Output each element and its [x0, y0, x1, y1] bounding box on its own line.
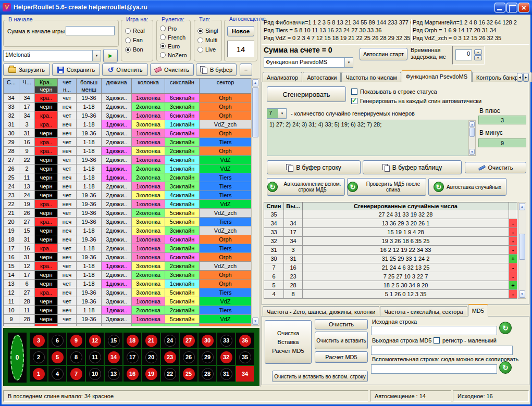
- board-number-5[interactable]: 5: [48, 349, 66, 365]
- radio-circle-icon[interactable]: [160, 34, 166, 40]
- board-number-29[interactable]: 29: [199, 349, 216, 365]
- tab-Частота - Zero, шансы, дюжины, колонки[interactable]: Частота - Zero, шансы, дюжины, колонки: [263, 306, 379, 316]
- board-number-6[interactable]: 6: [48, 333, 66, 348]
- board-number-24[interactable]: 24: [161, 333, 179, 348]
- chevron-down-icon[interactable]: [278, 109, 286, 118]
- history-row[interactable]: 2027кра..неч19-363дюжи..3колонка5сиклайн…: [4, 218, 252, 226]
- history-column-header[interactable]: дюжина: [102, 79, 132, 94]
- delay-input[interactable]: 0: [455, 49, 472, 60]
- generated-row[interactable]: 331715 19 1 9 4 28-: [264, 228, 518, 237]
- board-number-20[interactable]: 20: [142, 349, 160, 365]
- new-offset-button[interactable]: Новое: [227, 26, 254, 36]
- board-number-26[interactable]: 26: [180, 349, 197, 365]
- clear-button[interactable]: Очистить: [150, 64, 194, 76]
- history-row[interactable]: 1631черннеч19-363дюжи..1колонка6сиклайнO…: [4, 253, 252, 262]
- radio-circle-icon[interactable]: [125, 37, 131, 43]
- board-number-14[interactable]: 14: [105, 349, 122, 365]
- scroll-up-icon[interactable]: [469, 121, 475, 127]
- scrollbar-thumb[interactable]: [252, 87, 258, 137]
- history-column-header[interactable]: четн...: [58, 79, 77, 94]
- generated-row[interactable]: 6237 25 27 10 3 22 7-: [264, 272, 518, 281]
- history-row[interactable]: 2219кра..неч19-362дюжи..1колонка4сиклайн…: [4, 200, 252, 209]
- history-table[interactable]: 3434кра..чет19-363дюжи..1колонка6сиклайн…: [3, 94, 252, 326]
- radio-circle-icon[interactable]: [160, 52, 166, 58]
- history-column-header[interactable]: сектор: [200, 79, 252, 94]
- close-button[interactable]: [518, 3, 529, 12]
- generated-row[interactable]: 343413 36 29 3 20 26 1-: [264, 219, 518, 228]
- radio-option-Bon[interactable]: Bon: [125, 45, 145, 54]
- tab-scroll-left-icon[interactable]: ◄: [517, 73, 523, 82]
- checkbox-checked-icon[interactable]: [351, 98, 357, 104]
- radio-option-Euro[interactable]: Euro: [160, 42, 187, 50]
- generated-row[interactable]: 3527 24 31 33 19 32 28: [264, 210, 518, 219]
- radio-option-Multi[interactable]: Multi: [197, 35, 218, 45]
- checkbox-icon[interactable]: [434, 337, 440, 344]
- board-number-28[interactable]: 28: [199, 366, 216, 382]
- history-row[interactable]: 2126чернчет19-363дюжи..2колонка5сиклайнV…: [4, 209, 252, 218]
- generate-button[interactable]: Сгенерировать: [267, 86, 346, 102]
- history-row[interactable]: 136чернчет1-181дюжи..3колонка1сиклайнOrp…: [4, 280, 252, 288]
- tab-scroll-right-icon[interactable]: ►: [523, 73, 529, 82]
- board-number-30[interactable]: 30: [199, 333, 216, 348]
- radio-circle-icon[interactable]: [160, 43, 166, 49]
- board-number-23[interactable]: 23: [161, 349, 179, 365]
- generated-row[interactable]: 71621 24 4 6 32 13 25-: [264, 263, 518, 272]
- scrollbar-thumb[interactable]: [519, 234, 525, 260]
- board-number-18[interactable]: 18: [123, 333, 141, 348]
- md5-clear-paste-button[interactable]: Очистить и вставить: [315, 332, 368, 349]
- history-column-header[interactable]: колонка: [132, 79, 165, 94]
- checkbox-icon[interactable]: [351, 88, 357, 95]
- undo-button[interactable]: Отменить: [102, 64, 148, 76]
- board-number-15[interactable]: 15: [105, 333, 122, 348]
- scroll-down-icon[interactable]: [519, 290, 525, 298]
- radio-circle-icon[interactable]: [197, 47, 203, 53]
- history-row[interactable]: 1716кра..чет1-182дюжи..1колонка3сиклайнT…: [4, 244, 252, 253]
- board-number-8[interactable]: 8: [67, 349, 85, 365]
- auto-generate-checkbox[interactable]: Генерировать на каждый спин автоматическ…: [351, 98, 481, 104]
- radio-option-Singl[interactable]: Singl: [197, 26, 218, 35]
- tab-Частота - сикслайны, сектора[interactable]: Частота - сикслайны, сектора: [380, 306, 467, 316]
- history-row[interactable]: 1128чернчет19-363дюжи..1колонка5сиклайнV…: [4, 297, 252, 306]
- output-string-input[interactable]: [371, 346, 513, 355]
- maximize-button[interactable]: [506, 3, 517, 12]
- history-row[interactable]: 2916кра..чет1-182дюжи..1колонка3сиклайнT…: [4, 138, 252, 147]
- aux-string-input[interactable]: [371, 364, 497, 374]
- start-sum-input[interactable]: [66, 26, 115, 35]
- md5-calc-button[interactable]: Расчет MD5: [315, 351, 368, 363]
- board-number-16[interactable]: 16: [123, 366, 141, 382]
- clear-generated-button[interactable]: Очистить: [465, 162, 526, 173]
- board-number-2[interactable]: 2: [30, 349, 47, 365]
- history-row[interactable]: 313кра..неч1-181дюжи..3колонка1сиклайнVd…: [4, 120, 252, 129]
- radio-circle-icon[interactable]: [125, 47, 131, 53]
- load-button[interactable]: Загрузить: [3, 64, 50, 76]
- check-md5-button[interactable]: Проверить МД5 после спина: [347, 178, 426, 196]
- spin-up-icon[interactable]: [474, 49, 482, 55]
- board-number-19[interactable]: 19: [142, 366, 160, 382]
- preset-combobox[interactable]: 1Melonati: [3, 50, 101, 61]
- history-row[interactable]: 3317черннеч1-182дюжи..2колонка3сиклайнOr…: [4, 103, 252, 111]
- spin-down-icon[interactable]: [474, 55, 482, 60]
- generated-row[interactable]: 303131 25 29 33 1 24 2+: [264, 255, 518, 263]
- radio-circle-icon[interactable]: [197, 28, 203, 34]
- board-number-0[interactable]: 0: [8, 333, 27, 383]
- title-bar[interactable]: V HelperRoullet 5.6- create helperroulle…: [0, 0, 532, 15]
- generated-row[interactable]: 31316 2 12 19 22 34 33-: [264, 246, 518, 255]
- refresh-icon[interactable]: [499, 322, 512, 334]
- radio-circle-icon[interactable]: [197, 37, 203, 43]
- tab-Автоставки[interactable]: Автоставки: [303, 72, 341, 82]
- functional-combobox[interactable]: Функционал PsevdoMS: [264, 57, 353, 68]
- autofill-md5-button[interactable]: Автозаполнение вспом. строки МД5: [267, 178, 345, 196]
- tab-Анализатор[interactable]: Анализатор: [263, 72, 302, 82]
- scroll-down-icon[interactable]: [252, 318, 258, 325]
- history-row[interactable]: 2722чернчет19-362дюжи..1колонка4сиклайнV…: [4, 156, 252, 164]
- history-row[interactable]: 1227кра..неч19-363дюжи..3колонка5сиклайн…: [4, 288, 252, 297]
- history-scrollbar[interactable]: [251, 78, 259, 326]
- generated-row[interactable]: 52818 2 5 30 34 9 20+: [264, 281, 518, 290]
- generated-numbers-textarea[interactable]: 1) 27; 2) 24; 3) 31; 4) 33; 5) 19; 6) 32…: [267, 120, 476, 156]
- history-column-header[interactable]: Кра..черн: [35, 79, 58, 94]
- radio-option-Live[interactable]: Live: [197, 45, 218, 54]
- collapse-button[interactable]: –: [240, 64, 252, 76]
- save-button[interactable]: Сохранить: [52, 64, 100, 76]
- chevron-down-icon[interactable]: [344, 58, 353, 67]
- history-row[interactable]: 289кра..неч1-181дюжи..3колонка2сиклайнOr…: [4, 147, 252, 156]
